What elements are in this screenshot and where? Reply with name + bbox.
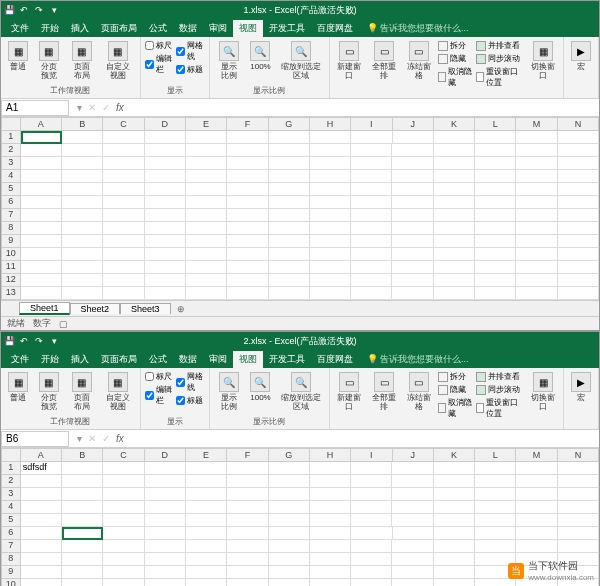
cell-E3[interactable] [186, 488, 227, 501]
cell-D7[interactable] [145, 540, 186, 553]
cell-A4[interactable] [21, 501, 62, 514]
cell-I11[interactable] [351, 261, 392, 274]
cell-K10[interactable] [434, 579, 475, 586]
cell-I6[interactable] [351, 196, 392, 209]
cell-C8[interactable] [103, 553, 144, 566]
cell-B9[interactable] [62, 235, 103, 248]
cell-H5[interactable] [310, 514, 351, 527]
cell-E12[interactable] [186, 274, 227, 287]
cell-J2[interactable] [392, 475, 433, 488]
cell-E8[interactable] [186, 222, 227, 235]
cell-K11[interactable] [434, 261, 475, 274]
winopt-2[interactable]: 取消隐藏 [438, 396, 473, 420]
cell-M11[interactable] [516, 261, 557, 274]
cell-J8[interactable] [392, 553, 433, 566]
cell-I4[interactable] [351, 501, 392, 514]
cell-I7[interactable] [351, 540, 392, 553]
cell-K4[interactable] [434, 501, 475, 514]
cell-H1[interactable] [310, 462, 351, 475]
cell-I12[interactable] [351, 274, 392, 287]
cell-M1[interactable] [516, 462, 557, 475]
menu-数据[interactable]: 数据 [173, 20, 203, 37]
cell-I4[interactable] [351, 170, 392, 183]
cell-J3[interactable] [392, 157, 433, 170]
menu-数据[interactable]: 数据 [173, 351, 203, 368]
cell-B4[interactable] [62, 501, 103, 514]
view-btn-1[interactable]: ▦分页预览 [34, 39, 64, 83]
cell-M8[interactable] [516, 222, 557, 235]
cell-N1[interactable] [558, 462, 599, 475]
cell-K5[interactable] [434, 183, 475, 196]
name-box[interactable]: B6 [1, 431, 69, 447]
cell-A13[interactable] [21, 287, 62, 300]
cell-G6[interactable] [269, 196, 310, 209]
cell-B7[interactable] [62, 540, 103, 553]
cell-B3[interactable] [62, 488, 103, 501]
cell-H3[interactable] [310, 488, 351, 501]
col-header-F[interactable]: F [227, 117, 268, 131]
cell-F7[interactable] [227, 540, 268, 553]
cell-D2[interactable] [145, 144, 186, 157]
cell-H2[interactable] [310, 475, 351, 488]
cell-C2[interactable] [103, 144, 144, 157]
cell-A9[interactable] [21, 235, 62, 248]
cell-I8[interactable] [351, 222, 392, 235]
cell-L13[interactable] [475, 287, 516, 300]
cell-N7[interactable] [558, 209, 599, 222]
view-btn-3[interactable]: ▦自定义视图 [100, 370, 136, 414]
cell-D6[interactable] [145, 527, 186, 540]
win-btn-1[interactable]: ▭全部重排 [368, 370, 400, 420]
cell-M2[interactable] [516, 475, 557, 488]
cell-E2[interactable] [186, 475, 227, 488]
cell-H12[interactable] [310, 274, 351, 287]
col-header-L[interactable]: L [475, 117, 516, 131]
col-header-G[interactable]: G [269, 448, 310, 462]
cancel-icon[interactable]: ✕ [88, 102, 96, 113]
cell-J12[interactable] [392, 274, 433, 287]
cell-L1[interactable] [475, 131, 516, 144]
cell-D4[interactable] [145, 501, 186, 514]
cell-G10[interactable] [269, 579, 310, 586]
cell-I1[interactable] [351, 131, 392, 144]
cell-H4[interactable] [310, 501, 351, 514]
cell-A5[interactable] [21, 514, 62, 527]
cell-K13[interactable] [434, 287, 475, 300]
cell-L5[interactable] [475, 514, 516, 527]
cell-M4[interactable] [516, 501, 557, 514]
menu-审阅[interactable]: 审阅 [203, 351, 233, 368]
check-3[interactable]: 标题 [176, 394, 205, 407]
menu-开始[interactable]: 开始 [35, 20, 65, 37]
cell-I13[interactable] [351, 287, 392, 300]
cell-I9[interactable] [351, 566, 392, 579]
cell-K2[interactable] [434, 475, 475, 488]
zoom-btn-2[interactable]: 🔍缩放到选定区域 [277, 370, 325, 414]
cell-A11[interactable] [21, 261, 62, 274]
cell-J8[interactable] [392, 222, 433, 235]
cell-H1[interactable] [310, 131, 351, 144]
row-header-3[interactable]: 3 [1, 157, 21, 170]
cell-F9[interactable] [227, 566, 268, 579]
view-btn-2[interactable]: ▦页面布局 [67, 370, 97, 414]
menu-开发工具[interactable]: 开发工具 [263, 20, 311, 37]
zoom-btn-0[interactable]: 🔍显示比例 [214, 370, 244, 414]
cell-D8[interactable] [145, 222, 186, 235]
cell-M2[interactable] [516, 144, 557, 157]
menu-文件[interactable]: 文件 [5, 20, 35, 37]
switch-window-button[interactable]: ▦切换窗口 [527, 370, 559, 420]
undo-icon[interactable]: ↶ [18, 335, 30, 347]
cell-F3[interactable] [227, 157, 268, 170]
col-header-N[interactable]: N [558, 117, 599, 131]
cell-F4[interactable] [227, 501, 268, 514]
cell-B1[interactable] [62, 462, 103, 475]
check-1[interactable]: 编辑栏 [145, 52, 174, 76]
cell-K3[interactable] [434, 488, 475, 501]
cell-M6[interactable] [516, 196, 557, 209]
cell-F6[interactable] [227, 527, 268, 540]
cell-B7[interactable] [62, 209, 103, 222]
cell-L8[interactable] [475, 222, 516, 235]
cell-J2[interactable] [392, 144, 433, 157]
cell-G6[interactable] [269, 527, 310, 540]
cell-J9[interactable] [392, 566, 433, 579]
cell-H10[interactable] [310, 579, 351, 586]
cell-E10[interactable] [186, 248, 227, 261]
